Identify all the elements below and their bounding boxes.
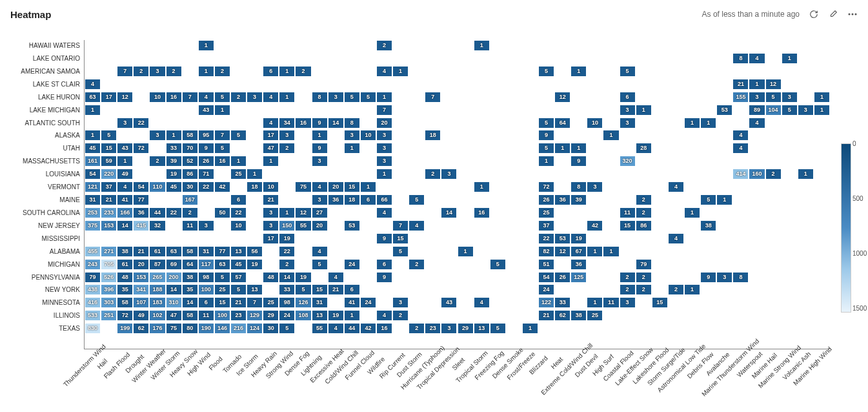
heatmap-cell[interactable]: 4 bbox=[669, 182, 683, 192]
heatmap-cell[interactable]: 5 bbox=[345, 92, 359, 102]
heatmap-cell[interactable]: 1 bbox=[571, 143, 586, 153]
heatmap-cell[interactable]: 34 bbox=[279, 118, 294, 128]
heatmap-cell[interactable]: 11 bbox=[199, 311, 214, 320]
heatmap-cell[interactable]: 29 bbox=[263, 311, 278, 320]
heatmap-cell[interactable]: 16 bbox=[167, 92, 181, 102]
heatmap-cell[interactable]: 32 bbox=[150, 221, 165, 231]
heatmap-cell[interactable]: 6 bbox=[199, 298, 214, 307]
heatmap-cell[interactable]: 52 bbox=[183, 156, 197, 166]
heatmap-cell[interactable]: 77 bbox=[134, 195, 148, 205]
heatmap-cell[interactable]: 2 bbox=[393, 311, 408, 320]
heatmap-cell[interactable]: 69 bbox=[167, 260, 181, 269]
heatmap-cell[interactable]: 5 bbox=[231, 130, 246, 140]
heatmap-cell[interactable]: 2 bbox=[377, 41, 392, 50]
heatmap-cell[interactable]: 13 bbox=[231, 247, 246, 256]
heatmap-cell[interactable]: 5 bbox=[701, 195, 716, 205]
heatmap-cell[interactable]: 23 bbox=[231, 311, 246, 320]
heatmap-cell[interactable]: 176 bbox=[150, 324, 165, 333]
heatmap-cell[interactable]: 21 bbox=[134, 247, 148, 256]
heatmap-cell[interactable]: 830 bbox=[85, 324, 100, 333]
heatmap-cell[interactable]: 41 bbox=[345, 298, 359, 307]
heatmap-cell[interactable]: 15 bbox=[312, 285, 327, 294]
heatmap-cell[interactable]: 200 bbox=[167, 273, 181, 282]
heatmap-cell[interactable]: 15 bbox=[215, 298, 230, 307]
heatmap-cell[interactable]: 9 bbox=[539, 130, 554, 140]
heatmap-cell[interactable]: 21 bbox=[539, 311, 554, 320]
heatmap-cell[interactable]: 2 bbox=[409, 260, 424, 269]
heatmap-cell[interactable]: 5 bbox=[620, 67, 635, 76]
heatmap-cell[interactable]: 3 bbox=[717, 273, 732, 282]
heatmap-cell[interactable]: 10 bbox=[361, 130, 376, 140]
heatmap-cell[interactable]: 199 bbox=[117, 324, 132, 333]
heatmap-cell[interactable]: 1 bbox=[474, 182, 489, 192]
heatmap-cell[interactable]: 102 bbox=[150, 311, 165, 320]
heatmap-cell[interactable]: 5 bbox=[279, 324, 294, 333]
heatmap-cell[interactable]: 2 bbox=[409, 324, 424, 333]
heatmap-cell[interactable]: 4 bbox=[328, 324, 343, 333]
heatmap-cell[interactable]: 22 bbox=[279, 247, 294, 256]
heatmap-cell[interactable]: 1 bbox=[636, 105, 651, 115]
heatmap-cell[interactable]: 1 bbox=[603, 247, 618, 256]
heatmap-cell[interactable]: 265 bbox=[150, 273, 165, 282]
heatmap-cell[interactable]: 414 bbox=[733, 169, 748, 179]
heatmap-cell[interactable]: 75 bbox=[296, 182, 310, 192]
heatmap-cell[interactable]: 2 bbox=[636, 195, 651, 205]
heatmap-cell[interactable]: 53 bbox=[717, 105, 732, 115]
heatmap-cell[interactable]: 9 bbox=[312, 143, 327, 153]
heatmap-cell[interactable]: 1 bbox=[279, 67, 294, 76]
heatmap-cell[interactable]: 43 bbox=[199, 105, 214, 115]
heatmap-cell[interactable]: 146 bbox=[215, 324, 230, 333]
heatmap-cell[interactable]: 58 bbox=[183, 311, 197, 320]
heatmap-cell[interactable]: 12 bbox=[296, 208, 310, 218]
heatmap-cell[interactable]: 4 bbox=[669, 234, 683, 243]
heatmap-cell[interactable]: 3 bbox=[117, 118, 132, 128]
heatmap-cell[interactable]: 15 bbox=[393, 234, 408, 243]
heatmap-cell[interactable]: 95 bbox=[199, 130, 214, 140]
heatmap-cell[interactable]: 19 bbox=[167, 169, 181, 179]
heatmap-cell[interactable]: 27 bbox=[312, 208, 327, 218]
heatmap-cell[interactable]: 44 bbox=[345, 324, 359, 333]
heatmap-cell[interactable]: 7 bbox=[393, 221, 408, 231]
heatmap-cell[interactable]: 37 bbox=[101, 182, 116, 192]
heatmap-cell[interactable]: 1 bbox=[539, 156, 554, 166]
heatmap-cell[interactable]: 47 bbox=[263, 143, 278, 153]
heatmap-cell[interactable]: 1 bbox=[345, 311, 359, 320]
heatmap-cell[interactable]: 1 bbox=[814, 105, 829, 115]
heatmap-cell[interactable]: 6 bbox=[231, 195, 246, 205]
heatmap-cell[interactable]: 243 bbox=[85, 260, 100, 269]
heatmap-cell[interactable]: 25 bbox=[539, 208, 554, 218]
heatmap-cell[interactable]: 14 bbox=[441, 208, 456, 218]
heatmap-cell[interactable]: 42 bbox=[587, 221, 602, 231]
heatmap-cell[interactable]: 55 bbox=[296, 221, 310, 231]
heatmap-cell[interactable]: 72 bbox=[539, 182, 554, 192]
heatmap-cell[interactable]: 251 bbox=[101, 311, 116, 320]
heatmap-cell[interactable]: 2 bbox=[150, 156, 165, 166]
heatmap-cell[interactable]: 3 bbox=[199, 221, 214, 231]
heatmap-cell[interactable]: 3 bbox=[345, 130, 359, 140]
heatmap-cell[interactable]: 7 bbox=[247, 298, 262, 307]
heatmap-cell[interactable]: 3 bbox=[620, 118, 635, 128]
heatmap-cell[interactable]: 3 bbox=[782, 92, 797, 102]
heatmap-cell[interactable]: 89 bbox=[749, 105, 764, 115]
heatmap-cell[interactable]: 63 bbox=[167, 247, 181, 256]
heatmap-cell[interactable]: 77 bbox=[215, 247, 230, 256]
heatmap-cell[interactable]: 13 bbox=[312, 311, 327, 320]
heatmap-cell[interactable]: 18 bbox=[345, 195, 359, 205]
heatmap-cell[interactable]: 22 bbox=[539, 234, 554, 243]
heatmap-cell[interactable]: 183 bbox=[150, 298, 165, 307]
heatmap-cell[interactable]: 86 bbox=[183, 169, 197, 179]
heatmap-cell[interactable]: 4 bbox=[474, 298, 489, 307]
heatmap-cell[interactable]: 55 bbox=[312, 324, 327, 333]
heatmap-cell[interactable]: 16 bbox=[474, 208, 489, 218]
heatmap-cell[interactable]: 13 bbox=[247, 285, 262, 294]
heatmap-cell[interactable]: 3 bbox=[441, 169, 456, 179]
heatmap-cell[interactable]: 5 bbox=[539, 143, 554, 153]
heatmap-cell[interactable]: 1 bbox=[377, 92, 392, 102]
heatmap-cell[interactable]: 1 bbox=[85, 105, 100, 115]
heatmap-cell[interactable]: 23 bbox=[425, 324, 440, 333]
heatmap-cell[interactable]: 86 bbox=[636, 221, 651, 231]
heatmap-cell[interactable]: 24 bbox=[279, 311, 294, 320]
heatmap-cell[interactable]: 63 bbox=[85, 92, 100, 102]
heatmap-cell[interactable]: 1 bbox=[458, 247, 473, 256]
heatmap-cell[interactable]: 59 bbox=[101, 156, 116, 166]
